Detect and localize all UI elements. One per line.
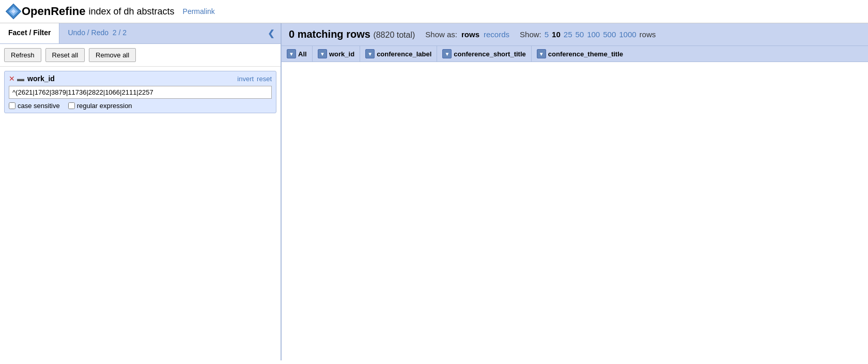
tab-undo-redo[interactable]: Undo / Redo 2 / 2	[59, 23, 261, 43]
show-25[interactable]: 25	[564, 30, 572, 39]
table-body	[282, 62, 868, 360]
show-100[interactable]: 100	[587, 30, 600, 39]
col-dropdown-work-id[interactable]: ▼	[318, 49, 327, 58]
facet-invert-link[interactable]: invert	[237, 75, 254, 83]
refresh-button[interactable]: Refresh	[4, 48, 41, 62]
main-layout: Facet / Filter Undo / Redo 2 / 2 ❮ Refre…	[0, 23, 868, 360]
show-10[interactable]: 10	[552, 30, 561, 39]
show-n-label: Show:	[520, 30, 541, 39]
col-dropdown-all[interactable]: ▼	[287, 49, 296, 58]
col-header-all: ▼ All	[282, 46, 313, 62]
col-dropdown-conference-theme-title[interactable]: ▼	[537, 49, 546, 58]
right-panel: 0 matching rows (8820 total) Show as: ro…	[282, 23, 868, 360]
show-1000[interactable]: 1000	[619, 30, 636, 39]
case-sensitive-checkbox[interactable]	[9, 102, 16, 109]
facet-minimize-icon[interactable]: ▬	[17, 74, 24, 83]
show-n-group: Show: 5 10 25 50 100 500 1000 rows	[520, 30, 656, 39]
header: OpenRefine index of dh abstracts Permali…	[0, 0, 868, 23]
case-sensitive-label: case sensitive	[18, 102, 60, 110]
show-50[interactable]: 50	[575, 30, 584, 39]
facet-title: work_id	[27, 74, 237, 83]
col-label-work-id: work_id	[329, 50, 354, 58]
project-title: index of dh abstracts	[88, 6, 174, 17]
regular-expression-option[interactable]: regular expression	[68, 102, 132, 110]
left-panel: Facet / Filter Undo / Redo 2 / 2 ❮ Refre…	[0, 23, 282, 360]
facet-box-work-id: ✕ ▬ work_id invert reset case sensitive …	[4, 71, 276, 113]
col-header-conference-label: ▼ conference_label	[360, 46, 437, 62]
show-500[interactable]: 500	[603, 30, 616, 39]
show-5[interactable]: 5	[545, 30, 549, 39]
col-label-all: All	[298, 50, 307, 58]
table-header: ▼ All ▼ work_id ▼ conference_label ▼ con…	[282, 46, 868, 62]
col-header-work-id: ▼ work_id	[313, 46, 360, 62]
permalink-link[interactable]: Permalink	[183, 7, 215, 16]
facet-header: ✕ ▬ work_id invert reset	[9, 74, 272, 83]
facet-text-input[interactable]	[9, 86, 272, 99]
brand-name: OpenRefine	[22, 5, 85, 18]
tabs-row: Facet / Filter Undo / Redo 2 / 2 ❮	[0, 23, 281, 44]
undo-redo-state: 2 / 2	[113, 28, 127, 37]
show-as-rows[interactable]: rows	[461, 30, 479, 39]
facet-reset-link[interactable]: reset	[257, 75, 272, 83]
case-sensitive-option[interactable]: case sensitive	[9, 102, 60, 110]
show-as-label: Show as:	[425, 30, 457, 39]
col-header-conference-theme-title: ▼ conference_theme_title	[532, 46, 628, 62]
openrefine-logo	[5, 3, 22, 20]
matching-rows-text: 0 matching rows	[289, 28, 370, 40]
col-dropdown-conference-short-title[interactable]: ▼	[442, 49, 452, 58]
tab-facet-filter[interactable]: Facet / Filter	[0, 23, 59, 43]
results-count: 0 matching rows (8820 total)	[289, 28, 415, 40]
show-as-group: Show as: rows records	[425, 30, 509, 39]
show-as-records[interactable]: records	[484, 30, 509, 39]
toolbar-row: Refresh Reset all Remove all	[0, 44, 281, 67]
facet-area: ✕ ▬ work_id invert reset case sensitive …	[0, 67, 281, 117]
remove-all-button[interactable]: Remove all	[89, 48, 136, 62]
col-dropdown-conference-label[interactable]: ▼	[365, 49, 375, 58]
results-total: (8820 total)	[373, 31, 415, 39]
col-header-conference-short-title: ▼ conference_short_title	[437, 46, 531, 62]
col-label-conference-short-title: conference_short_title	[454, 50, 525, 58]
regular-expression-label: regular expression	[77, 102, 132, 110]
regular-expression-checkbox[interactable]	[68, 102, 75, 109]
facet-close-icon[interactable]: ✕	[9, 74, 15, 83]
col-label-conference-theme-title: conference_theme_title	[548, 50, 623, 58]
results-header: 0 matching rows (8820 total) Show as: ro…	[282, 23, 868, 46]
col-label-conference-label: conference_label	[377, 50, 431, 58]
tab-undo-label: Undo / Redo	[68, 28, 109, 37]
rows-suffix: rows	[640, 30, 656, 39]
reset-all-button[interactable]: Reset all	[45, 48, 85, 62]
facet-options: case sensitive regular expression	[9, 102, 272, 110]
collapse-button[interactable]: ❮	[261, 23, 281, 43]
